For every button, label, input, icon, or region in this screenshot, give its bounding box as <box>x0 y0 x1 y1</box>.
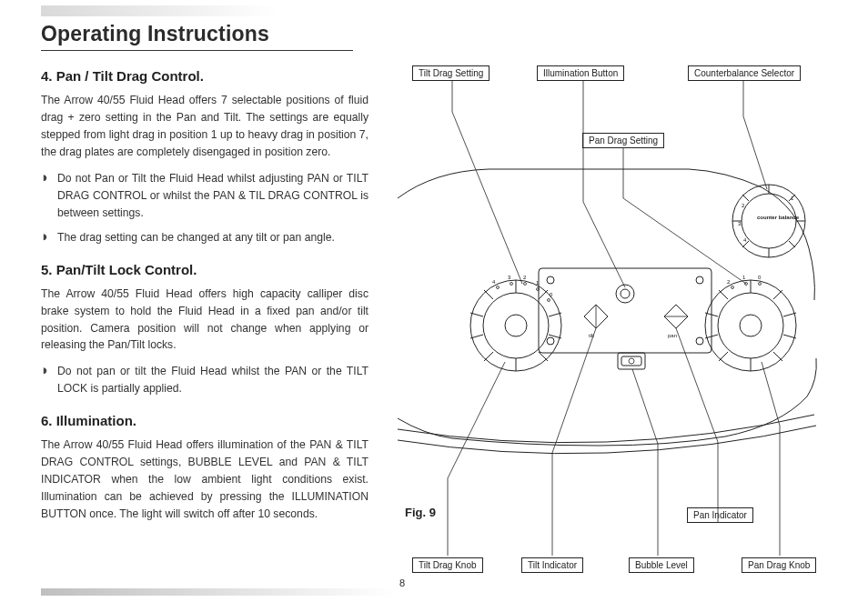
svg-line-84 <box>632 369 658 444</box>
svg-line-72 <box>452 112 522 284</box>
svg-text:2: 2 <box>523 275 527 280</box>
svg-point-2 <box>696 276 703 284</box>
svg-line-46 <box>719 352 728 361</box>
svg-point-54 <box>759 283 762 286</box>
svg-point-57 <box>742 194 796 248</box>
section-5-bullet-1: Do not pan or tilt the Fluid Head whilst… <box>52 363 368 397</box>
svg-point-14 <box>470 280 561 371</box>
pan-drag-knob-graphic: 2 1 0 <box>705 275 796 371</box>
svg-point-50 <box>732 286 734 289</box>
svg-line-26 <box>484 290 493 299</box>
svg-point-1 <box>547 276 554 284</box>
svg-line-44 <box>773 352 782 361</box>
svg-point-27 <box>497 286 500 289</box>
svg-line-24 <box>470 335 483 338</box>
svg-line-88 <box>762 362 780 426</box>
svg-text:4: 4 <box>743 237 747 243</box>
svg-point-35 <box>548 299 550 302</box>
svg-point-13 <box>629 358 634 364</box>
svg-text:1: 1 <box>742 275 746 280</box>
svg-line-61 <box>789 241 795 247</box>
svg-point-4 <box>696 337 703 345</box>
svg-point-37 <box>705 280 796 371</box>
svg-rect-0 <box>539 268 712 353</box>
svg-text:0: 0 <box>758 275 762 280</box>
svg-point-29 <box>510 283 513 286</box>
svg-text:3: 3 <box>738 221 742 226</box>
svg-line-43 <box>783 335 796 338</box>
figure-column: Tilt Drag Setting Illumination Button Co… <box>396 62 827 532</box>
footer-gradient <box>41 588 396 596</box>
section-4-bullet-1: Do not Pan or Tilt the Fluid Head whilst… <box>52 170 368 222</box>
counterbalance-selector-graphic: counter balance 2 3 4 1 <box>732 185 805 257</box>
header-gradient <box>41 5 278 16</box>
svg-line-41 <box>773 290 782 299</box>
svg-text:3: 3 <box>508 275 511 280</box>
svg-line-80 <box>448 362 505 478</box>
svg-rect-12 <box>621 356 641 366</box>
page-number: 8 <box>399 577 405 588</box>
svg-text:2: 2 <box>727 279 731 285</box>
svg-point-16 <box>505 315 527 336</box>
svg-text:0: 0 <box>550 292 553 297</box>
section-6-heading: 6. Illumination. <box>41 410 368 431</box>
svg-line-25 <box>470 313 483 316</box>
section-5-para: The Arrow 40/55 Fluid Head offers high c… <box>41 286 368 355</box>
svg-text:pan: pan <box>668 333 677 338</box>
svg-line-18 <box>539 290 548 299</box>
svg-line-76 <box>743 116 767 189</box>
svg-point-31 <box>524 283 527 286</box>
svg-line-78 <box>623 198 746 284</box>
section-4-para: The Arrow 40/55 Fluid Head offers 7 sele… <box>41 92 368 161</box>
svg-point-6 <box>621 289 630 298</box>
page-title: Operating Instructions <box>41 22 353 51</box>
svg-text:counter
balance: counter balance <box>757 215 800 220</box>
section-4-bullet-2: The drag setting can be changed at any t… <box>52 229 368 246</box>
svg-line-49 <box>719 290 728 299</box>
tilt-drag-knob-graphic: 4 3 2 1 0 <box>470 275 561 371</box>
svg-line-42 <box>783 313 796 316</box>
svg-line-19 <box>549 313 561 316</box>
text-column: 4. Pan / Tilt Drag Control. The Arrow 40… <box>41 62 368 532</box>
figure-diagram: tilt pan <box>396 62 827 607</box>
svg-point-38 <box>718 293 783 358</box>
svg-text:4: 4 <box>492 279 496 285</box>
section-5-heading: 5. Pan/Tilt Lock Control. <box>41 259 368 280</box>
section-6-para: The Arrow 40/55 Fluid Head offers illumi… <box>41 436 368 523</box>
svg-point-39 <box>740 315 762 336</box>
section-4-heading: 4. Pan / Tilt Drag Control. <box>41 65 368 86</box>
svg-line-74 <box>583 202 625 287</box>
svg-line-23 <box>484 352 493 361</box>
svg-line-82 <box>552 328 596 453</box>
svg-point-3 <box>547 337 554 345</box>
svg-line-65 <box>742 195 749 201</box>
